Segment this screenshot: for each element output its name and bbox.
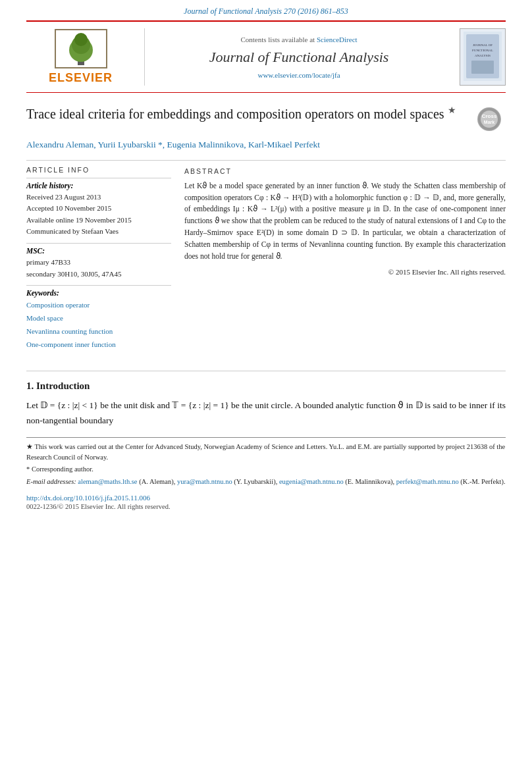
keyword-2: Model space [26, 312, 171, 325]
sciencedirect-link[interactable]: ScienceDirect [317, 36, 358, 43]
journal-title-block: Contents lists available at ScienceDirec… [145, 28, 453, 86]
authors-text: Alexandru Aleman, Yurii Lyubarskii *, Eu… [26, 140, 320, 149]
keyword-1: Composition operator [26, 299, 171, 312]
article-info-column: ARTICLE INFO Article history: Received 2… [26, 166, 171, 357]
footnote-emails: E-mail addresses: aleman@maths.lth.se (A… [26, 477, 506, 487]
keyword-4: One-component inner function [26, 338, 171, 352]
authors-divider [26, 160, 506, 161]
msc-secondary: secondary 30H10, 30J05, 47A45 [26, 269, 171, 280]
keyword-3: Nevanlinna counting function [26, 325, 171, 338]
issn-text: 0022-1236/© 2015 Elsevier Inc. All right… [26, 503, 506, 510]
msc-block: MSC: primary 47B33 secondary 30H10, 30J0… [26, 243, 171, 280]
journal-url[interactable]: www.elsevier.com/locate/jfa [257, 71, 340, 79]
intro-text: Let 𝔻 = {z : |z| < 1} be the unit disk a… [26, 398, 506, 428]
communicated-by: Communicated by Stefaan Vaes [26, 226, 171, 238]
top-banner: ELSEVIER Contents lists available at Sci… [26, 20, 506, 93]
two-column-layout: ARTICLE INFO Article history: Received 2… [26, 166, 506, 357]
footnote-star-note: ★ This work was carried out at the Cente… [26, 442, 506, 463]
paper-body: Trace ideal criteria for embeddings and … [26, 93, 506, 510]
footnote-corresponding: * Corresponding author. [26, 464, 506, 475]
svg-text:Mark: Mark [484, 120, 494, 124]
svg-text:FUNCTIONAL: FUNCTIONAL [472, 49, 493, 52]
article-history-label: Article history: [26, 182, 171, 190]
svg-text:Cross: Cross [482, 113, 497, 119]
crossmark-icon: Cross Mark [477, 107, 501, 131]
crossmark-logo[interactable]: Cross Mark [473, 107, 506, 131]
cover-image-icon: JOURNAL OF FUNCTIONAL ANALYSIS [464, 32, 502, 81]
abstract-copyright: © 2015 Elsevier Inc. All rights reserved… [184, 267, 506, 278]
title-star: ★ [448, 105, 456, 115]
journal-citation-text: Journal of Functional Analysis 270 (2016… [184, 7, 348, 16]
abstract-text: Let Kϑ be a model space generated by an … [184, 180, 506, 263]
article-history-block: Article history: Received 23 August 2013… [26, 178, 171, 238]
svg-text:ANALYSIS: ANALYSIS [475, 54, 491, 57]
intro-heading: 1. Introduction [26, 381, 506, 392]
msc-primary: primary 47B33 [26, 257, 171, 269]
abstract-heading: ABSTRACT [184, 166, 506, 176]
received-date: Received 23 August 2013 [26, 192, 171, 203]
doi-section: http://dx.doi.org/10.1016/j.jfa.2015.11.… [26, 492, 506, 510]
introduction-section: 1. Introduction Let 𝔻 = {z : |z| < 1} be… [26, 371, 506, 428]
emails-label: E-mail addresses: [26, 478, 78, 485]
elsevier-tree-icon [55, 29, 107, 68]
paper-title-section: Trace ideal criteria for embeddings and … [26, 105, 506, 131]
journal-name: Journal of Functional Analysis [209, 49, 389, 66]
journal-citation: Journal of Functional Analysis 270 (2016… [0, 0, 532, 20]
keywords-block: Keywords: Composition operator Model spa… [26, 285, 171, 351]
email-yura[interactable]: yura@math.ntnu.no [177, 478, 232, 485]
elsevier-brand-label: ELSEVIER [49, 71, 113, 85]
svg-point-3 [74, 33, 88, 46]
journal-cover-thumbnail: JOURNAL OF FUNCTIONAL ANALYSIS [460, 28, 506, 86]
elsevier-logo-block: ELSEVIER [26, 28, 145, 86]
footnote-section: ★ This work was carried out at the Cente… [26, 437, 506, 487]
email-perfekt[interactable]: perfekt@math.ntnu.no [396, 478, 459, 485]
doi-link[interactable]: http://dx.doi.org/10.1016/j.jfa.2015.11.… [26, 494, 150, 502]
email-aleman[interactable]: aleman@maths.lth.se [78, 478, 137, 485]
article-info-heading: ARTICLE INFO [26, 166, 171, 174]
abstract-column: ABSTRACT Let Kϑ be a model space generat… [184, 166, 506, 357]
email-eugenia[interactable]: eugenia@math.ntnu.no [279, 478, 344, 485]
contents-available-text: Contents lists available at ScienceDirec… [240, 36, 357, 43]
accepted-date: Accepted 10 November 2015 [26, 203, 171, 215]
keywords-label: Keywords: [26, 289, 171, 297]
svg-rect-10 [471, 61, 494, 74]
authors-block: Alexandru Aleman, Yurii Lyubarskii *, Eu… [26, 138, 506, 152]
cover-thumb-inner: JOURNAL OF FUNCTIONAL ANALYSIS [461, 29, 504, 85]
svg-text:JOURNAL OF: JOURNAL OF [473, 43, 492, 47]
msc-label: MSC: [26, 247, 171, 255]
keywords-list: Composition operator Model space Nevanli… [26, 299, 171, 351]
available-date: Available online 19 November 2015 [26, 215, 171, 226]
paper-title: Trace ideal criteria for embeddings and … [26, 105, 465, 122]
